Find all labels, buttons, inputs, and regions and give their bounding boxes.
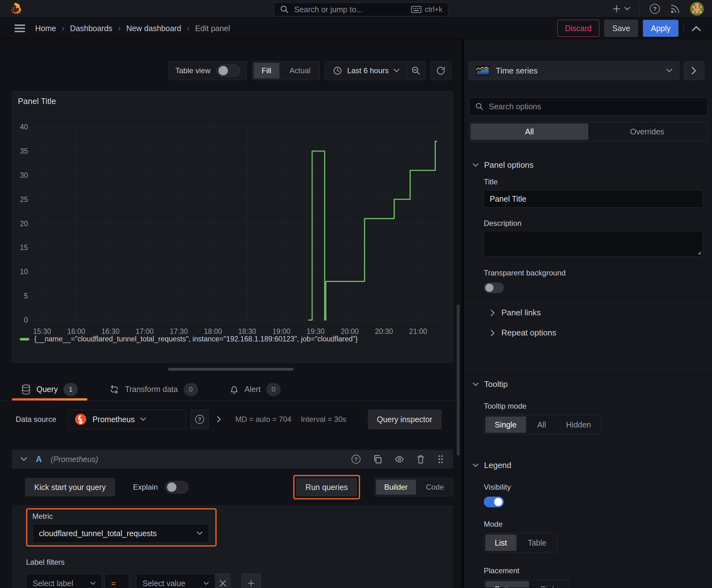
datasource-help-button[interactable]: ?: [191, 410, 209, 429]
query-inspector-button[interactable]: Query inspector: [368, 410, 441, 429]
grafana-logo[interactable]: [8, 2, 23, 16]
svg-text:40: 40: [20, 123, 28, 131]
visualization-picker[interactable]: Time series: [468, 61, 679, 80]
plus-icon: [247, 579, 255, 587]
metric-select[interactable]: cloudflared_tunnel_total_requests: [33, 524, 209, 543]
refresh-button[interactable]: [430, 61, 451, 80]
save-button[interactable]: Save: [604, 20, 638, 37]
timeseries-chart[interactable]: 051015202530354015:3016:0016:3017:0017:3…: [12, 91, 453, 363]
drag-query-handle[interactable]: [437, 454, 444, 464]
panel-options-header[interactable]: Panel options: [464, 160, 712, 170]
options-search-input[interactable]: [489, 102, 702, 111]
tooltip-mode-switch: Single All Hidden: [484, 415, 602, 435]
svg-text:16:00: 16:00: [67, 327, 85, 335]
all-options-tab[interactable]: All: [471, 123, 588, 140]
tooltip-all-option[interactable]: All: [527, 415, 556, 434]
tab-alert[interactable]: Alert 0: [220, 378, 290, 400]
select-label-dropdown[interactable]: Select label: [26, 574, 102, 588]
remove-query-button[interactable]: [416, 454, 425, 464]
query-options-expander[interactable]: [217, 416, 221, 422]
legend-swatch: [20, 338, 29, 340]
metric-label: Metric: [33, 512, 209, 521]
add-filter-button[interactable]: [241, 573, 261, 588]
discard-button[interactable]: Discard: [557, 20, 600, 37]
tab-query-label: Query: [37, 385, 58, 394]
code-option[interactable]: Code: [417, 478, 453, 496]
label-filter-row: Select label = Select value: [26, 573, 453, 588]
kick-start-query-button[interactable]: Kick start your query: [25, 478, 115, 496]
rss-icon: [670, 3, 681, 14]
svg-text:30: 30: [20, 171, 28, 180]
options-search[interactable]: [469, 97, 708, 115]
time-range-picker[interactable]: Last 6 hours: [325, 66, 407, 76]
legend-list-option[interactable]: List: [486, 534, 516, 551]
panel-preview[interactable]: Panel Title 051015202530354015:3016:0016…: [12, 91, 453, 363]
panel-links-section[interactable]: Panel links: [464, 303, 712, 322]
legend-placement-label: Placement: [484, 566, 712, 575]
breadcrumb-dashboards[interactable]: Dashboards: [70, 24, 112, 33]
hide-response-button[interactable]: [394, 455, 405, 464]
collapse-toolbar-button[interactable]: [689, 25, 704, 31]
table-view-toggle[interactable]: [216, 64, 240, 77]
pane-divider[interactable]: [461, 39, 464, 587]
title-field-label: Title: [484, 177, 712, 186]
tab-transform-data[interactable]: Transform data 0: [100, 378, 208, 400]
chart-legend[interactable]: {__name__="cloudflared_tunnel_total_requ…: [20, 335, 358, 343]
svg-text:10: 10: [20, 268, 28, 276]
repeat-options-section[interactable]: Repeat options: [464, 323, 712, 343]
svg-text:?: ?: [354, 456, 358, 462]
fill-option[interactable]: Fill: [254, 63, 280, 79]
transparent-bg-toggle[interactable]: [484, 282, 504, 293]
legend-series-label[interactable]: {__name__="cloudflared_tunnel_total_requ…: [34, 335, 358, 343]
legend-section-header[interactable]: Legend: [464, 460, 712, 470]
builder-option[interactable]: Builder: [376, 480, 416, 495]
placement-right-option[interactable]: Right: [530, 580, 568, 587]
legend-visibility-toggle[interactable]: [484, 497, 504, 507]
tooltip-section-header[interactable]: Tooltip: [464, 379, 712, 389]
query-help-button[interactable]: ?: [351, 454, 361, 465]
panel-title-input[interactable]: [484, 190, 703, 208]
select-value-dropdown[interactable]: Select value: [136, 574, 215, 588]
duplicate-query-button[interactable]: [373, 454, 383, 464]
datasource-picker[interactable]: Prometheus: [68, 410, 186, 429]
tab-query[interactable]: Query 1: [12, 378, 87, 400]
help-button[interactable]: ?: [649, 3, 661, 15]
explain-toggle[interactable]: [165, 481, 189, 493]
user-avatar[interactable]: [690, 2, 704, 16]
tooltip-single-option[interactable]: Single: [486, 417, 526, 433]
top-nav-bar: Search or jump to... ctrl+k ?: [0, 0, 712, 18]
mega-menu-button[interactable]: [14, 24, 26, 33]
search-icon: [280, 5, 289, 14]
pane-resize-handle[interactable]: [168, 368, 294, 371]
chevron-down-icon: [204, 582, 209, 585]
breadcrumb-new-dashboard[interactable]: New dashboard: [126, 24, 181, 33]
remove-filter-button[interactable]: [215, 573, 231, 588]
explain-control: Explain: [133, 481, 189, 493]
global-search-input[interactable]: Search or jump to... ctrl+k: [274, 2, 448, 16]
run-queries-button[interactable]: Run queries: [296, 478, 357, 496]
breadcrumb-home[interactable]: Home: [35, 24, 56, 33]
collapse-options-button[interactable]: [684, 61, 705, 80]
zoom-out-button[interactable]: [407, 62, 425, 80]
chevron-down-icon: [473, 163, 478, 167]
apply-button[interactable]: Apply: [643, 20, 678, 37]
main-scrollbar[interactable]: [457, 305, 459, 456]
legend-mode-label: Mode: [484, 520, 712, 529]
panel-description-textarea[interactable]: [484, 231, 703, 257]
prometheus-icon: [75, 413, 87, 425]
add-button[interactable]: [612, 4, 630, 14]
query-editor-row: A (Prometheus) ?: [12, 450, 453, 588]
legend-table-option[interactable]: Table: [518, 533, 557, 552]
svg-text:35: 35: [20, 147, 28, 155]
datasource-label: Data source: [12, 415, 68, 424]
topbar-divider: [640, 3, 640, 15]
placement-bottom-option[interactable]: Bottom: [486, 581, 529, 587]
actual-option[interactable]: Actual: [281, 62, 319, 80]
news-button[interactable]: [670, 3, 681, 14]
chevron-up-icon: [692, 25, 701, 31]
operator-dropdown[interactable]: =: [105, 574, 129, 588]
query-count-badge: 1: [63, 383, 78, 396]
query-row-header[interactable]: A (Prometheus) ?: [12, 450, 453, 469]
overrides-tab[interactable]: Overrides: [588, 123, 706, 140]
tooltip-hidden-option[interactable]: Hidden: [556, 415, 601, 434]
